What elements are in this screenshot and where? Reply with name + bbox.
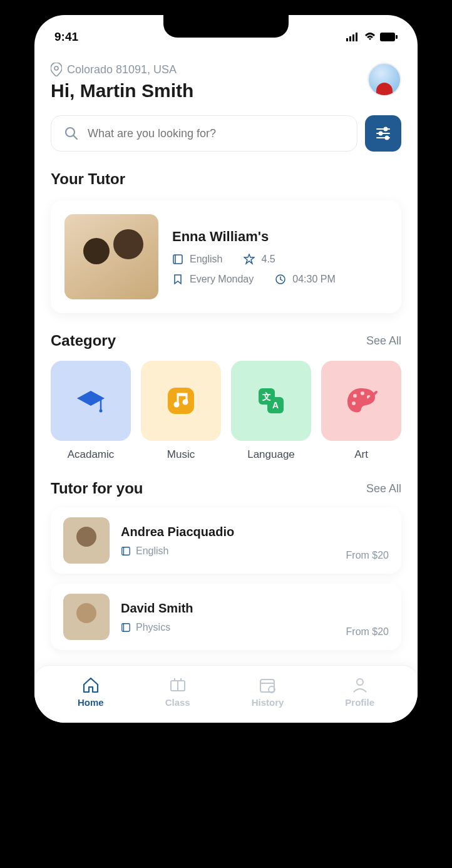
svg-point-11 bbox=[379, 132, 383, 135]
notch bbox=[163, 15, 289, 38]
svg-rect-5 bbox=[396, 35, 398, 39]
tutor-rating: 4.5 bbox=[261, 254, 275, 265]
bottom-nav: Home Class History Profile bbox=[34, 665, 418, 723]
phone-frame: 9:41 Colorado 81091, USA Hi, Martin Smit… bbox=[26, 6, 426, 731]
category-music[interactable]: Music bbox=[141, 361, 221, 461]
filter-button[interactable] bbox=[365, 115, 401, 152]
tutor-list-item[interactable]: Andrea Piacquadio English From $20 bbox=[51, 507, 401, 574]
nav-history[interactable]: History bbox=[252, 676, 284, 708]
book-icon bbox=[121, 546, 131, 556]
category-art[interactable]: Art bbox=[321, 361, 401, 461]
nav-home[interactable]: Home bbox=[78, 676, 104, 708]
category-label: Art bbox=[321, 448, 401, 461]
clock-icon bbox=[275, 274, 286, 285]
svg-point-29 bbox=[352, 401, 356, 405]
category-title: Category bbox=[51, 332, 116, 349]
svg-point-20 bbox=[174, 402, 180, 408]
cellular-icon bbox=[346, 33, 360, 41]
tutor-time: 04:30 PM bbox=[292, 274, 335, 285]
your-tutor-title: Your Tutor bbox=[51, 170, 401, 188]
phone-screen: 9:41 Colorado 81091, USA Hi, Martin Smit… bbox=[34, 15, 418, 723]
tutor-list-subject: English bbox=[136, 545, 168, 557]
tutor-list-subject: Physics bbox=[136, 622, 170, 633]
svg-rect-36 bbox=[260, 679, 274, 692]
tutor-name: Enna William's bbox=[172, 229, 388, 245]
search-box[interactable] bbox=[51, 115, 357, 152]
sliders-icon bbox=[374, 125, 392, 142]
bookmark-icon bbox=[172, 274, 183, 285]
nav-label: Profile bbox=[345, 697, 374, 708]
svg-rect-0 bbox=[346, 38, 348, 41]
tutor-list-name: David Smith bbox=[121, 601, 335, 616]
svg-rect-33 bbox=[122, 623, 130, 631]
tutor-photo bbox=[64, 214, 158, 299]
tutor-schedule: Every Monday bbox=[190, 274, 254, 285]
tutor-list-photo bbox=[63, 517, 110, 564]
wifi-icon bbox=[364, 33, 376, 41]
tutor-subject: English bbox=[190, 254, 222, 265]
profile-avatar[interactable] bbox=[367, 63, 401, 96]
book-icon bbox=[121, 623, 131, 633]
category-label: Music bbox=[141, 448, 221, 461]
svg-point-21 bbox=[183, 400, 188, 405]
svg-point-18 bbox=[100, 410, 103, 413]
svg-text:文: 文 bbox=[262, 391, 271, 401]
svg-point-27 bbox=[361, 391, 364, 395]
svg-rect-31 bbox=[122, 547, 130, 554]
location-row[interactable]: Colorado 81091, USA bbox=[51, 63, 193, 76]
nav-label: History bbox=[252, 697, 284, 708]
battery-icon bbox=[380, 33, 398, 41]
category-label: Acadamic bbox=[51, 448, 131, 461]
book-icon bbox=[172, 254, 183, 265]
svg-rect-4 bbox=[380, 33, 395, 41]
graduation-cap-icon bbox=[73, 383, 108, 418]
svg-rect-19 bbox=[168, 388, 194, 414]
home-icon bbox=[81, 676, 100, 695]
history-icon bbox=[258, 676, 277, 695]
category-label: Language bbox=[231, 448, 311, 461]
svg-point-13 bbox=[386, 137, 389, 140]
svg-rect-14 bbox=[173, 255, 182, 264]
tutor-for-you-see-all[interactable]: See All bbox=[366, 482, 401, 495]
tutor-list-item[interactable]: David Smith Physics From $20 bbox=[51, 584, 401, 650]
category-language[interactable]: 文A Language bbox=[231, 361, 311, 461]
svg-point-26 bbox=[353, 394, 357, 398]
tutor-list-price: From $20 bbox=[346, 626, 389, 640]
location-pin-icon bbox=[51, 63, 62, 76]
search-icon bbox=[64, 126, 79, 141]
svg-rect-3 bbox=[356, 33, 357, 41]
status-icons bbox=[346, 33, 398, 41]
svg-point-39 bbox=[357, 679, 363, 685]
star-icon bbox=[244, 254, 255, 265]
nav-profile[interactable]: Profile bbox=[345, 676, 374, 708]
svg-line-7 bbox=[73, 135, 77, 139]
svg-text:A: A bbox=[272, 400, 279, 410]
location-text: Colorado 81091, USA bbox=[67, 63, 177, 76]
greeting-text: Hi, Martin Smith bbox=[51, 80, 193, 101]
tutor-for-you-title: Tutor for you bbox=[51, 480, 143, 497]
palette-icon bbox=[344, 383, 379, 418]
translate-icon: 文A bbox=[254, 383, 289, 418]
nav-label: Home bbox=[78, 697, 104, 708]
category-academic[interactable]: Acadamic bbox=[51, 361, 131, 461]
svg-rect-1 bbox=[349, 36, 351, 41]
nav-class[interactable]: Class bbox=[165, 676, 190, 708]
status-time: 9:41 bbox=[54, 30, 78, 44]
search-input[interactable] bbox=[88, 127, 344, 140]
tutor-list-price: From $20 bbox=[346, 550, 389, 564]
category-see-all[interactable]: See All bbox=[366, 334, 401, 348]
tutor-list-name: Andrea Piacquadio bbox=[121, 525, 335, 539]
tutor-list-photo bbox=[63, 594, 110, 640]
profile-icon bbox=[351, 676, 369, 695]
class-icon bbox=[168, 676, 187, 695]
svg-rect-2 bbox=[352, 34, 354, 41]
your-tutor-card[interactable]: Enna William's English 4.5 Every Monday … bbox=[51, 200, 401, 313]
nav-label: Class bbox=[165, 697, 190, 708]
music-note-icon bbox=[163, 383, 199, 419]
svg-point-9 bbox=[384, 128, 388, 131]
